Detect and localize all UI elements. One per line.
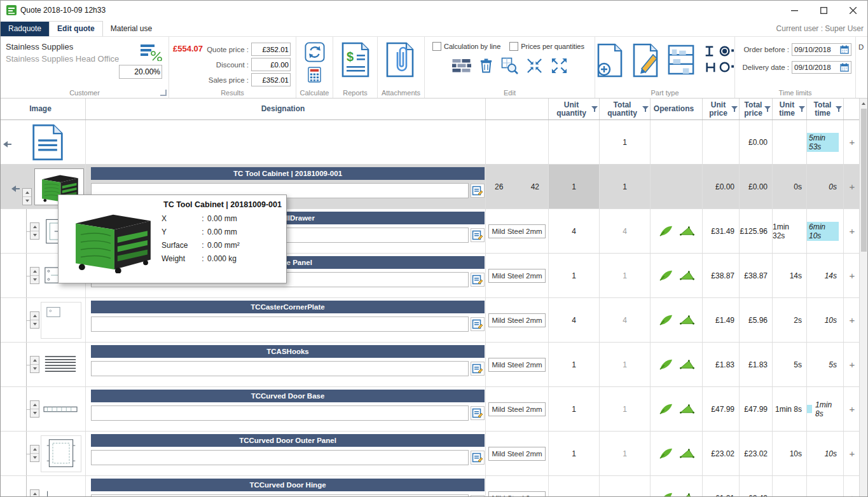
material-select[interactable]: Mild Steel 2mm xyxy=(488,269,546,283)
preview-button[interactable] xyxy=(501,57,518,76)
collapse-row-icon[interactable] xyxy=(11,185,20,193)
add-row-button[interactable]: + xyxy=(844,298,860,342)
edit-note-button[interactable] xyxy=(471,451,485,465)
part-name-header[interactable]: TCCurved Door Outer Panel xyxy=(91,434,485,447)
bending-operation-icon[interactable] xyxy=(679,269,695,282)
part-note-input[interactable] xyxy=(91,361,469,376)
material-select[interactable]: Mild Steel 2mm xyxy=(488,491,546,497)
sales-price-input[interactable] xyxy=(251,73,291,86)
bending-operation-icon[interactable] xyxy=(679,491,695,497)
quantity-stepper[interactable] xyxy=(30,311,39,329)
material-select[interactable]: Mild Steel 2mm xyxy=(488,313,546,327)
part-note-input[interactable] xyxy=(91,494,469,497)
material-select[interactable]: Mild Steel 2mm xyxy=(488,402,546,416)
collapse-all-button[interactable] xyxy=(526,57,543,76)
quantity-stepper[interactable] xyxy=(30,356,39,373)
unit-quantity-cell[interactable]: 1 xyxy=(549,343,600,386)
bending-operation-icon[interactable] xyxy=(679,402,695,416)
material-select[interactable]: Mild Steel 2mm xyxy=(488,358,546,372)
edit-note-button[interactable] xyxy=(471,228,485,242)
delete-button[interactable] xyxy=(479,58,493,76)
unit-quantity-cell[interactable]: 1 xyxy=(549,432,600,475)
attachments-button[interactable] xyxy=(385,42,418,79)
bending-operation-icon[interactable] xyxy=(679,358,695,371)
calendar-icon[interactable] xyxy=(840,45,849,54)
minimize-button[interactable] xyxy=(780,1,809,20)
quote-document-icon[interactable] xyxy=(31,124,64,161)
calendar-icon[interactable] xyxy=(840,63,849,72)
column-header-designation[interactable]: Designation xyxy=(86,99,486,119)
column-header-total-time[interactable]: Total time xyxy=(807,99,844,119)
unit-quantity-cell[interactable]: 1 xyxy=(549,387,600,431)
unit-quantity-cell[interactable]: 4 xyxy=(549,209,600,253)
part-thumbnail[interactable] xyxy=(41,480,80,497)
material-select[interactable]: Mild Steel 2mm xyxy=(488,224,546,238)
quantity-stepper[interactable] xyxy=(30,400,39,418)
close-button[interactable] xyxy=(838,1,867,20)
filter-icon[interactable] xyxy=(591,106,598,112)
edit-note-button[interactable] xyxy=(471,362,485,376)
dialog-launcher-icon[interactable] xyxy=(160,90,167,96)
unit-quantity-cell[interactable]: 1 xyxy=(549,165,600,208)
profiles-button[interactable] xyxy=(701,43,734,77)
column-header-blank[interactable] xyxy=(486,99,549,119)
tab-edit-quote[interactable]: Edit quote xyxy=(49,21,103,36)
order-before-input[interactable]: 09/10/2018 xyxy=(792,43,851,56)
add-row-button[interactable]: + xyxy=(844,209,860,253)
bending-operation-icon[interactable] xyxy=(679,313,695,327)
prices-per-quantities-checkbox[interactable] xyxy=(509,42,518,51)
scrollbar-thumb[interactable] xyxy=(861,109,867,252)
part-name-header[interactable]: TCCasterCornerPlate xyxy=(91,301,485,313)
part-thumbnail[interactable] xyxy=(41,347,80,383)
edit-part-button[interactable] xyxy=(631,43,661,79)
add-row-button[interactable]: + xyxy=(844,343,860,386)
bending-operation-icon[interactable] xyxy=(679,447,695,460)
calculate-button[interactable] xyxy=(305,42,325,64)
edit-note-button[interactable] xyxy=(471,406,485,420)
quantity-stepper[interactable] xyxy=(30,445,39,462)
edit-note-button[interactable] xyxy=(471,184,485,198)
unit-quantity-cell[interactable] xyxy=(549,476,600,497)
calculation-by-line-checkbox[interactable] xyxy=(432,42,441,51)
assembly-button[interactable] xyxy=(667,43,695,78)
quantity-stepper[interactable] xyxy=(30,267,39,284)
cutting-operation-icon[interactable] xyxy=(658,313,674,327)
scroll-up-button[interactable] xyxy=(860,99,867,108)
add-row-button[interactable]: + xyxy=(844,254,860,297)
column-header-image[interactable]: Image xyxy=(1,99,86,119)
edit-note-button[interactable] xyxy=(471,317,485,331)
calculator-button[interactable] xyxy=(307,67,322,85)
filter-icon[interactable] xyxy=(731,106,738,112)
add-row-button[interactable]: + xyxy=(844,432,860,475)
quote-price-input[interactable] xyxy=(251,43,291,56)
part-thumbnail[interactable] xyxy=(41,302,81,339)
bending-operation-icon[interactable] xyxy=(679,224,695,238)
unit-quantity-cell[interactable] xyxy=(549,120,600,164)
discount-percent-input[interactable] xyxy=(119,65,162,79)
cutting-operation-icon[interactable] xyxy=(658,269,674,282)
unit-quantity-cell[interactable]: 4 xyxy=(549,298,600,342)
column-header-total-price[interactable]: Total price xyxy=(740,99,773,119)
part-name-header[interactable]: TCCurved Door Hinge xyxy=(91,479,485,491)
reports-button[interactable]: $ xyxy=(340,42,371,79)
table-row-part[interactable]: TCCurved Door Hinge Mild Steel 2mm £1.21… xyxy=(1,476,860,497)
column-header-unit-price[interactable]: Unit price xyxy=(703,99,740,119)
unit-quantity-cell[interactable]: 1 xyxy=(549,254,600,297)
edit-note-button[interactable] xyxy=(471,273,485,287)
column-header-operations[interactable]: Operations xyxy=(651,99,703,119)
part-name-header[interactable]: TCCurved Door Base xyxy=(91,390,485,402)
column-header-total-quantity[interactable]: Total quantity xyxy=(600,99,651,119)
expand-all-button[interactable] xyxy=(551,57,568,76)
part-name-header[interactable]: TCASHooks xyxy=(91,345,485,358)
table-row-root[interactable]: 1 £0.00 5min 53s + xyxy=(1,120,860,165)
part-note-input[interactable] xyxy=(91,450,469,465)
material-select[interactable]: Mild Steel 2mm xyxy=(488,447,546,461)
quantity-stepper[interactable] xyxy=(22,188,32,205)
part-thumbnail[interactable] xyxy=(41,391,80,427)
cutting-operation-icon[interactable] xyxy=(658,447,674,460)
collapse-row-icon[interactable] xyxy=(3,140,11,148)
cutting-operation-icon[interactable] xyxy=(658,491,674,497)
quantity-stepper[interactable] xyxy=(30,222,39,240)
table-row-part[interactable]: TCCurved Door Outer Panel Mild Steel 2mm… xyxy=(1,432,860,476)
part-note-input[interactable] xyxy=(91,405,469,421)
